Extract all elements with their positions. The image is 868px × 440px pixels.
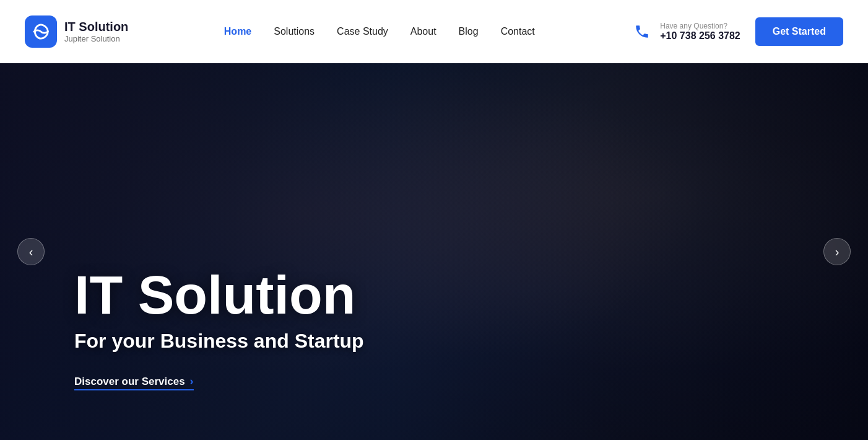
discover-arrow-icon: ›: [190, 375, 194, 388]
header-right: Have any Question? +10 738 256 3782 Get …: [630, 17, 843, 46]
hero-content: IT Solution For your Business and Startu…: [74, 268, 364, 390]
nav-contact[interactable]: Contact: [501, 26, 535, 37]
logo-area[interactable]: IT Solution Jupiter Solution: [25, 15, 128, 48]
hero-section: ‹ › IT Solution For your Business and St…: [0, 63, 868, 440]
logo-text: IT Solution Jupiter Solution: [64, 19, 128, 43]
hero-subtitle: For your Business and Startup: [74, 330, 364, 353]
nav-home[interactable]: Home: [224, 26, 251, 37]
nav-about[interactable]: About: [410, 26, 436, 37]
phone-label: Have any Question?: [660, 22, 740, 30]
phone-area[interactable]: Have any Question? +10 738 256 3782: [630, 20, 740, 43]
phone-icon: [630, 20, 654, 43]
phone-number: +10 738 256 3782: [660, 30, 740, 42]
brand-title: IT Solution: [64, 19, 128, 34]
nav-case-study[interactable]: Case Study: [337, 26, 388, 37]
site-header: IT Solution Jupiter Solution Home Soluti…: [0, 0, 868, 63]
get-started-button[interactable]: Get Started: [755, 17, 843, 46]
main-nav: Home Solutions Case Study About Blog Con…: [224, 26, 535, 37]
nav-blog[interactable]: Blog: [459, 26, 479, 37]
discover-services-label: Discover our Services: [74, 376, 185, 388]
slider-next-button[interactable]: ›: [823, 238, 851, 265]
nav-solutions[interactable]: Solutions: [274, 26, 315, 37]
brand-subtitle: Jupiter Solution: [64, 34, 128, 43]
discover-services-link[interactable]: Discover our Services ›: [74, 375, 194, 390]
hero-title: IT Solution: [74, 268, 364, 322]
phone-text: Have any Question? +10 738 256 3782: [660, 22, 740, 42]
logo-icon: [25, 15, 57, 48]
slider-prev-button[interactable]: ‹: [17, 238, 45, 265]
